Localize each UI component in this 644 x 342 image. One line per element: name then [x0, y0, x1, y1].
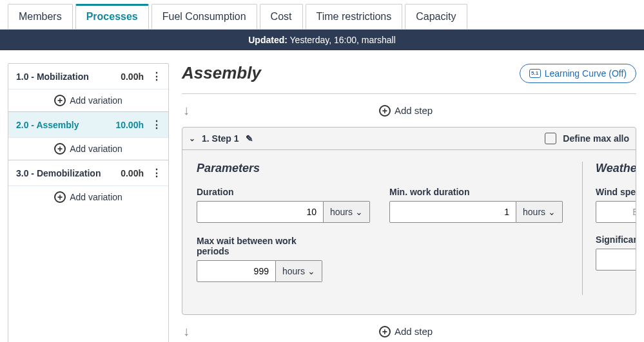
unit-label: hours — [330, 207, 353, 217]
min-work-label: Min. work duration — [389, 187, 563, 197]
max-wait-label: Max wait between work periods — [197, 236, 322, 256]
chevron-down-icon: ⌄ — [307, 266, 315, 276]
main-panel: Assembly 5.1 Learning Curve (Off) ↓ + Ad… — [182, 63, 636, 342]
process-name: 1.0 - Mobilization — [16, 71, 115, 82]
weather-section: Weather criteria Wind speed m/s Signific… — [582, 162, 636, 295]
tab-cost[interactable]: Cost — [260, 4, 303, 29]
min-work-field: Min. work duration hours ⌄ — [389, 187, 563, 223]
arrow-down-icon: ↓ — [183, 324, 190, 339]
arrow-down-icon: ↓ — [183, 103, 190, 118]
add-step-row-bottom: ↓ + Add step — [182, 315, 636, 342]
process-sidebar: 1.0 - Mobilization 0.00h ⋮ + Add variati… — [8, 63, 169, 342]
pencil-icon[interactable]: ✎ — [246, 133, 253, 144]
wave-height-label: Significant wave height — [596, 234, 636, 245]
add-step-button[interactable]: + Add step — [379, 105, 433, 117]
add-variation-label: Add variation — [70, 192, 122, 202]
kebab-icon[interactable]: ⋮ — [149, 70, 164, 82]
weather-title: Weather criteria — [596, 162, 636, 175]
parameters-title: Parameters — [197, 162, 563, 175]
wind-speed-field: Wind speed m/s — [596, 187, 636, 223]
page-title: Assembly — [182, 63, 261, 83]
add-variation-button[interactable]: + Add variation — [8, 185, 168, 208]
tab-time-restrictions[interactable]: Time restrictions — [306, 4, 403, 29]
plus-circle-icon: + — [54, 95, 66, 106]
status-value: Yesterday, 16:00, marshall — [290, 35, 396, 45]
add-step-label: Add step — [395, 326, 433, 337]
process-header[interactable]: 1.0 - Mobilization 0.00h ⋮ — [8, 64, 168, 89]
max-wait-input[interactable] — [197, 260, 276, 282]
step-card: ⌄ 1. Step 1 ✎ Define max allo Parameters… — [182, 127, 636, 315]
status-bar: Updated: Yesterday, 16:00, marshall — [0, 30, 644, 50]
plus-circle-icon: + — [379, 105, 391, 117]
learning-curve-icon: 5.1 — [529, 69, 541, 78]
process-item-mobilization: 1.0 - Mobilization 0.00h ⋮ + Add variati… — [8, 64, 168, 112]
add-variation-button[interactable]: + Add variation — [8, 137, 168, 160]
add-variation-label: Add variation — [70, 95, 122, 106]
duration-field: Duration hours ⌄ — [197, 187, 370, 223]
define-max-label: Define max allo — [563, 133, 629, 144]
min-work-unit-select[interactable]: hours ⌄ — [516, 201, 563, 223]
add-step-button[interactable]: + Add step — [379, 326, 433, 337]
learning-curve-button[interactable]: 5.1 Learning Curve (Off) — [520, 64, 636, 83]
wave-height-field: Significant wave height m 🖩 — [596, 234, 636, 271]
chevron-down-icon: ⌄ — [355, 207, 363, 217]
process-hours: 0.00h — [121, 71, 144, 82]
process-name: 3.0 - Demobilization — [16, 168, 115, 178]
add-step-row-top: ↓ + Add step — [182, 94, 636, 127]
duration-unit-select[interactable]: hours ⌄ — [324, 201, 370, 223]
unit-label: hours — [282, 266, 305, 276]
step-title: 1. Step 1 — [202, 133, 239, 144]
plus-circle-icon: + — [54, 191, 66, 203]
process-header[interactable]: 3.0 - Demobilization 0.00h ⋮ — [8, 160, 168, 185]
chevron-down-icon[interactable]: ⌄ — [189, 134, 195, 143]
learning-curve-label: Learning Curve (Off) — [545, 68, 627, 79]
add-variation-label: Add variation — [70, 144, 122, 154]
duration-label: Duration — [197, 187, 370, 197]
wind-speed-label: Wind speed — [596, 187, 636, 197]
duration-input[interactable] — [197, 201, 324, 223]
tab-fuel-consumption[interactable]: Fuel Consumption — [151, 4, 257, 29]
kebab-icon[interactable]: ⋮ — [149, 119, 164, 131]
wave-height-input[interactable] — [596, 249, 636, 271]
chevron-down-icon: ⌄ — [548, 207, 556, 217]
parameters-section: Parameters Duration hours ⌄ — [197, 162, 582, 295]
main-tabs: Members Processes Fuel Consumption Cost … — [0, 0, 644, 30]
tab-processes[interactable]: Processes — [75, 4, 149, 29]
max-wait-unit-select[interactable]: hours ⌄ — [276, 260, 322, 282]
max-wait-field: Max wait between work periods hours ⌄ — [197, 236, 322, 282]
process-hours: 10.00h — [115, 120, 144, 130]
tab-members[interactable]: Members — [8, 4, 73, 29]
process-item-assembly: 2.0 - Assembly 10.00h ⋮ + Add variation — [8, 112, 168, 160]
main-header: Assembly 5.1 Learning Curve (Off) — [182, 63, 636, 94]
step-header: ⌄ 1. Step 1 ✎ Define max allo — [182, 128, 636, 150]
process-hours: 0.00h — [121, 168, 144, 178]
add-step-label: Add step — [395, 105, 433, 116]
process-name: 2.0 - Assembly — [16, 120, 110, 130]
plus-circle-icon: + — [379, 326, 391, 337]
plus-circle-icon: + — [54, 143, 66, 155]
wind-speed-input[interactable] — [596, 201, 636, 223]
min-work-input[interactable] — [389, 201, 516, 223]
process-header[interactable]: 2.0 - Assembly 10.00h ⋮ — [8, 112, 168, 137]
tab-capacity[interactable]: Capacity — [405, 4, 467, 29]
add-variation-button[interactable]: + Add variation — [8, 89, 168, 111]
status-label: Updated: — [248, 35, 288, 45]
define-max-checkbox[interactable] — [545, 133, 556, 144]
kebab-icon[interactable]: ⋮ — [149, 167, 164, 179]
process-item-demobilization: 3.0 - Demobilization 0.00h ⋮ + Add varia… — [8, 160, 168, 208]
unit-label: hours — [523, 207, 545, 217]
